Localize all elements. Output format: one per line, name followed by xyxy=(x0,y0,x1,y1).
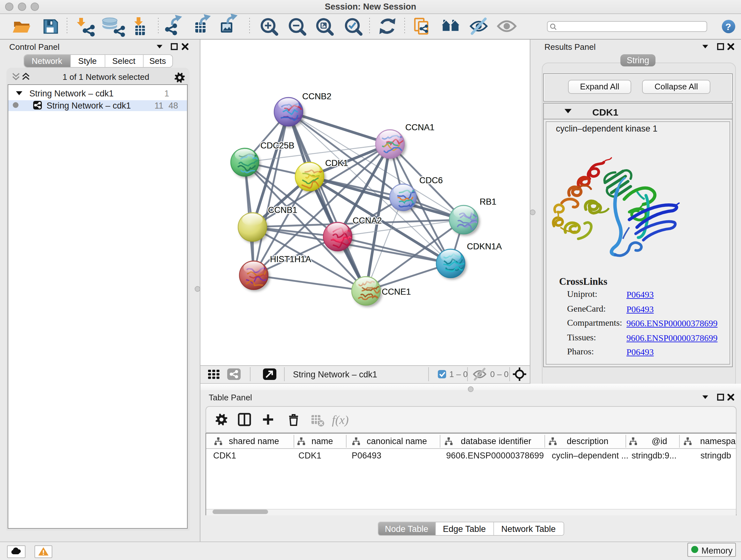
svg-text:1 – 0: 1 – 0 xyxy=(449,369,468,379)
svg-text:CCNB1: CCNB1 xyxy=(268,205,297,215)
svg-text:CDK1: CDK1 xyxy=(325,159,348,168)
svg-text:CDC6: CDC6 xyxy=(419,176,443,185)
svg-text:name: name xyxy=(312,436,333,446)
svg-text:f(x): f(x) xyxy=(332,413,348,427)
svg-text:description: description xyxy=(567,436,609,446)
svg-text:CDKN1A: CDKN1A xyxy=(467,242,502,251)
svg-text:shared name: shared name xyxy=(229,436,279,446)
svg-text:RB1: RB1 xyxy=(480,197,496,206)
svg-text:CCNA2: CCNA2 xyxy=(353,216,382,226)
svg-text:HIST1H1A: HIST1H1A xyxy=(270,254,311,264)
svg-text:@id: @id xyxy=(652,436,667,446)
svg-text:canonical name: canonical name xyxy=(367,436,427,446)
svg-text:CCNB2: CCNB2 xyxy=(302,91,332,101)
svg-text:namespace: namespace xyxy=(700,436,736,446)
svg-text:String Network – cdk1: String Network – cdk1 xyxy=(293,370,377,379)
svg-text:database identifier: database identifier xyxy=(461,436,531,446)
svg-text:CDC25B: CDC25B xyxy=(260,141,294,150)
svg-text:CCNE1: CCNE1 xyxy=(382,287,411,297)
svg-text:0 – 0: 0 – 0 xyxy=(490,369,509,379)
svg-text:CCNA1: CCNA1 xyxy=(405,123,434,132)
